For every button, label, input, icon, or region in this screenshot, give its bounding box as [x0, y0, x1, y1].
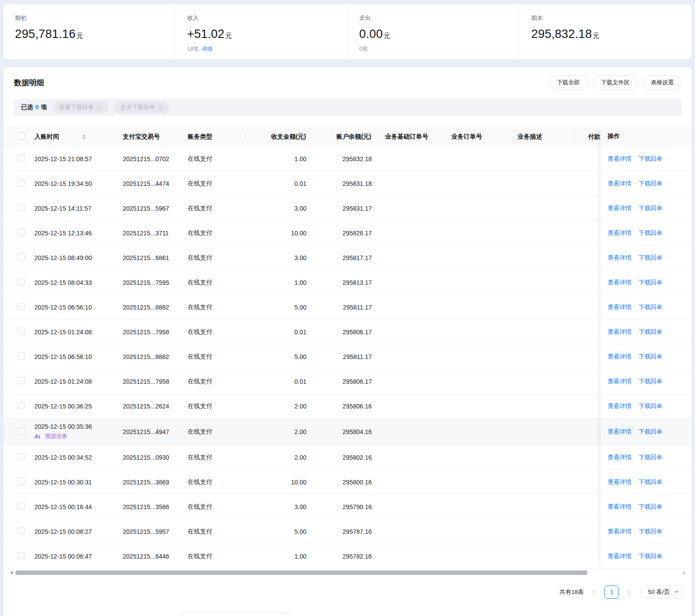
balance-cell: 295790.16 — [311, 503, 376, 510]
row-checkbox[interactable] — [18, 352, 25, 359]
row-checkbox[interactable] — [18, 478, 25, 485]
amount-cell: 0.01 — [246, 329, 311, 336]
page-size-select[interactable]: 50 条/页 — [640, 586, 684, 599]
view-detail-link[interactable]: 查看详情 — [608, 204, 631, 212]
download-all-button[interactable]: 下载全部 — [549, 76, 588, 90]
currency-unit: 元 — [76, 32, 83, 39]
download-receipt-link[interactable]: 下载回单 — [638, 453, 662, 461]
row-checkbox[interactable] — [18, 503, 25, 510]
view-detail-link[interactable]: 查看详情 — [608, 254, 631, 262]
merge-download-receipt-button[interactable]: 合并下载回单 — [114, 101, 170, 113]
amount-cell: 2.00 — [246, 403, 311, 410]
row-checkbox[interactable] — [18, 527, 25, 534]
sort-icon[interactable] — [82, 134, 86, 140]
summary-opening: 期初 295,781.16元 — [4, 4, 175, 59]
view-detail-link[interactable]: 查看详情 — [608, 528, 631, 536]
income-detail-link[interactable]: 详细 — [201, 46, 212, 52]
row-checkbox[interactable] — [18, 303, 25, 310]
download-receipt-link[interactable]: 下载回单 — [638, 528, 662, 536]
view-detail-link[interactable]: 查看详情 — [608, 279, 631, 287]
balance-cell: 295806.17 — [311, 378, 376, 385]
operation-cell: 查看详情下载回单 — [601, 394, 691, 419]
select-all-checkbox[interactable] — [18, 132, 25, 140]
view-detail-link[interactable]: 查看详情 — [608, 378, 631, 385]
balance-cell: 295804.16 — [311, 428, 376, 435]
row-checkbox[interactable] — [18, 155, 25, 162]
download-receipt-link[interactable]: 下载回单 — [638, 180, 662, 188]
txn-id-cell: 20251215...4474 — [116, 180, 181, 187]
view-detail-link[interactable]: 查看详情 — [608, 402, 631, 410]
download-filezone-button[interactable]: 下载文件区 — [593, 76, 638, 90]
txn-id-cell: 20251215...7958 — [116, 329, 181, 336]
pagination: 共有18条 1 50 条/页 — [4, 586, 691, 599]
view-detail-link[interactable]: 查看详情 — [608, 552, 631, 560]
download-receipt-link[interactable]: 下载回单 — [638, 254, 662, 262]
view-detail-link[interactable]: 查看详情 — [608, 155, 631, 163]
row-checkbox[interactable] — [18, 253, 25, 261]
header-balance: 账户余额(元) — [311, 132, 376, 140]
row-checkbox[interactable] — [18, 402, 25, 409]
view-detail-link[interactable]: 查看详情 — [608, 453, 631, 461]
next-page-icon[interactable] — [625, 590, 631, 595]
row-checkbox[interactable] — [18, 453, 25, 460]
view-detail-link[interactable]: 查看详情 — [608, 478, 631, 486]
row-checkbox[interactable] — [18, 328, 25, 335]
account-type-cell: 在线支付 — [181, 453, 246, 461]
view-detail-link[interactable]: 查看详情 — [608, 428, 631, 436]
prev-page-icon[interactable] — [593, 590, 599, 595]
txn-id-cell: 20251215...6446 — [116, 553, 181, 560]
trace-tag[interactable]: Ai溯源业务 — [34, 432, 116, 440]
account-type-cell: 在线支付 — [181, 155, 246, 163]
download-receipt-link[interactable]: 下载回单 — [638, 303, 662, 311]
row-checkbox[interactable] — [18, 427, 25, 435]
row-checkbox[interactable] — [18, 179, 25, 186]
page-number-button[interactable]: 1 — [604, 586, 619, 599]
row-checkbox-cell — [14, 229, 34, 237]
row-checkbox-cell — [14, 453, 34, 461]
operation-cell: 查看详情下载回单 — [601, 519, 691, 544]
scroll-left-icon[interactable] — [10, 571, 13, 574]
table-settings-button[interactable]: 表格设置 — [643, 76, 682, 90]
view-detail-link[interactable]: 查看详情 — [608, 503, 631, 511]
view-detail-link[interactable]: 查看详情 — [608, 229, 631, 237]
view-detail-link[interactable]: 查看详情 — [608, 353, 631, 361]
download-receipt-link[interactable]: 下载回单 — [638, 478, 662, 486]
download-receipt-link[interactable]: 下载回单 — [638, 204, 662, 212]
account-type-cell: 在线支付 — [181, 254, 246, 262]
view-detail-link[interactable]: 查看详情 — [608, 180, 631, 188]
row-checkbox-cell — [14, 303, 34, 311]
row-checkbox-cell — [14, 402, 34, 410]
row-checkbox-cell — [14, 179, 34, 188]
download-receipt-link[interactable]: 下载回单 — [638, 378, 662, 385]
operation-cell: 查看详情下载回单 — [601, 246, 691, 270]
batch-download-receipt-button[interactable]: 批量下载回单 — [53, 101, 108, 113]
entry-time: 2025-12-15 06:56:10 — [34, 304, 116, 311]
download-receipt-link[interactable]: 下载回单 — [638, 328, 662, 336]
download-receipt-link[interactable]: 下载回单 — [638, 402, 662, 410]
download-receipt-link[interactable]: 下载回单 — [638, 353, 662, 361]
view-detail-link[interactable]: 查看详情 — [608, 303, 631, 311]
amount-cell: 5.00 — [246, 528, 311, 535]
amount-cell: 10.00 — [246, 230, 311, 237]
download-receipt-link[interactable]: 下载回单 — [638, 428, 662, 436]
download-receipt-link[interactable]: 下载回单 — [638, 279, 662, 287]
row-checkbox-cell — [14, 253, 34, 262]
row-checkbox[interactable] — [18, 278, 25, 285]
scrollbar-thumb[interactable] — [15, 571, 587, 575]
view-detail-link[interactable]: 查看详情 — [608, 328, 631, 336]
row-checkbox[interactable] — [18, 377, 25, 384]
row-checkbox-cell — [14, 503, 34, 511]
floating-bar-partial[interactable] — [179, 612, 291, 616]
account-type-cell: 在线支付 — [181, 279, 246, 287]
download-receipt-link[interactable]: 下载回单 — [638, 552, 662, 560]
summary-value: +51.02元 — [187, 27, 348, 41]
entry-time: 2025-12-15 21:08:57 — [34, 155, 116, 163]
download-receipt-link[interactable]: 下载回单 — [638, 229, 662, 237]
row-checkbox[interactable] — [18, 229, 25, 236]
row-checkbox[interactable] — [18, 552, 25, 559]
scroll-right-icon[interactable] — [683, 571, 686, 574]
row-checkbox[interactable] — [18, 204, 25, 211]
download-receipt-link[interactable]: 下载回单 — [638, 155, 662, 163]
entry-time: 2025-12-15 00:34:52 — [34, 454, 116, 461]
download-receipt-link[interactable]: 下载回单 — [638, 503, 662, 511]
